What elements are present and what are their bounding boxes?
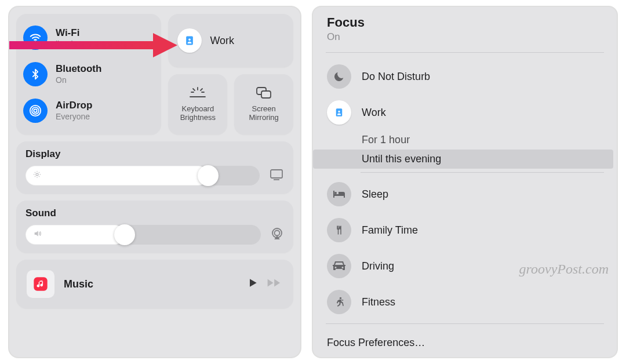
connectivity-tile: Wi-Fi lion-luma Bluetooth On: [16, 14, 161, 134]
screen-mirroring-label: Screen Mirroring: [236, 105, 291, 122]
utensils-icon: [327, 218, 351, 242]
svg-point-31: [340, 297, 341, 299]
wifi-toggle[interactable]: Wi-Fi lion-luma: [23, 23, 154, 52]
sound-label: Sound: [26, 208, 284, 219]
control-center-panel: Wi-Fi lion-luma Bluetooth On: [8, 6, 301, 358]
svg-rect-23: [271, 170, 282, 178]
wifi-icon: [23, 26, 48, 50]
svg-line-19: [35, 172, 35, 173]
focus-status: On: [327, 31, 603, 43]
keyboard-brightness-icon: [189, 86, 206, 101]
airdrop-subtitle: Everyone: [56, 112, 92, 121]
music-label: Music: [64, 278, 238, 290]
focus-modes-list: Do Not Disturb Work For 1 hour Until thi…: [313, 56, 617, 320]
focus-mode-label: Family Time: [362, 224, 418, 236]
next-track-icon[interactable]: [267, 276, 283, 292]
display-slider[interactable]: [26, 166, 260, 185]
airdrop-title: AirDrop: [56, 100, 92, 111]
bluetooth-subtitle: On: [56, 75, 101, 85]
focus-option-1hour[interactable]: For 1 hour: [313, 130, 617, 150]
keyboard-brightness-tile[interactable]: Keyboard Brightness: [168, 74, 227, 134]
focus-mode-label: Fitness: [362, 296, 395, 308]
work-badge-icon: [327, 100, 351, 125]
svg-point-26: [275, 231, 280, 236]
svg-line-21: [35, 176, 35, 177]
display-label: Display: [26, 148, 284, 160]
bluetooth-icon: [23, 62, 48, 86]
bluetooth-toggle[interactable]: Bluetooth On: [23, 60, 154, 89]
svg-point-5: [189, 39, 191, 41]
sound-tile: Sound: [16, 201, 293, 253]
running-icon: [327, 290, 351, 314]
focus-option-until-evening[interactable]: Until this evening: [313, 150, 613, 169]
focus-tile[interactable]: Work: [168, 14, 293, 67]
airplay-audio-icon[interactable]: [270, 227, 284, 243]
screen-mirroring-tile[interactable]: Screen Mirroring: [234, 74, 293, 134]
focus-mode-family[interactable]: Family Time: [313, 212, 617, 248]
volume-low-icon: [32, 229, 43, 241]
moon-icon: [327, 64, 351, 89]
wifi-subtitle: lion-luma: [56, 39, 89, 49]
svg-point-2: [32, 107, 39, 114]
svg-line-8: [201, 89, 202, 90]
focus-mode-sleep[interactable]: Sleep: [313, 176, 617, 212]
svg-rect-27: [34, 277, 47, 290]
svg-point-1: [34, 109, 37, 112]
bluetooth-title: Bluetooth: [56, 63, 101, 75]
focus-preferences-link[interactable]: Focus Preferences…: [313, 327, 617, 358]
focus-mode-dnd[interactable]: Do Not Disturb: [313, 59, 617, 94]
svg-rect-13: [261, 91, 271, 98]
wifi-title: Wi-Fi: [56, 27, 89, 39]
play-icon[interactable]: [247, 276, 259, 292]
focus-mode-fitness[interactable]: Fitness: [313, 284, 617, 320]
keyboard-brightness-label: Keyboard Brightness: [170, 105, 225, 122]
focus-mode-label: Driving: [362, 260, 394, 272]
car-icon: [327, 254, 351, 278]
focus-title: Focus: [327, 15, 603, 30]
focus-mode-label: Do Not Disturb: [362, 71, 430, 83]
focus-tile-label: Work: [210, 35, 234, 47]
airdrop-icon: [23, 99, 48, 123]
display-tile: Display: [16, 141, 293, 194]
focus-mode-work[interactable]: Work: [313, 94, 617, 130]
focus-panel: Focus On Do Not Disturb Work For 1 hour …: [312, 6, 618, 358]
airdrop-toggle[interactable]: AirDrop Everyone: [23, 96, 154, 125]
svg-line-7: [193, 89, 195, 90]
svg-point-0: [35, 41, 36, 42]
bed-icon: [327, 182, 351, 206]
music-tile[interactable]: Music: [16, 260, 293, 308]
brightness-low-icon: [32, 170, 42, 181]
svg-line-22: [39, 172, 39, 173]
display-menu-icon[interactable]: [269, 168, 284, 183]
focus-mode-label: Work: [362, 107, 386, 119]
sound-slider[interactable]: [26, 225, 261, 245]
watermark: groovyPost.com: [519, 261, 609, 277]
screen-mirroring-icon: [256, 86, 272, 101]
music-app-icon: [27, 270, 54, 298]
svg-point-14: [36, 173, 38, 176]
svg-line-20: [39, 176, 39, 177]
focus-work-icon: [177, 28, 202, 53]
focus-mode-label: Sleep: [362, 188, 388, 201]
svg-point-30: [338, 111, 340, 112]
